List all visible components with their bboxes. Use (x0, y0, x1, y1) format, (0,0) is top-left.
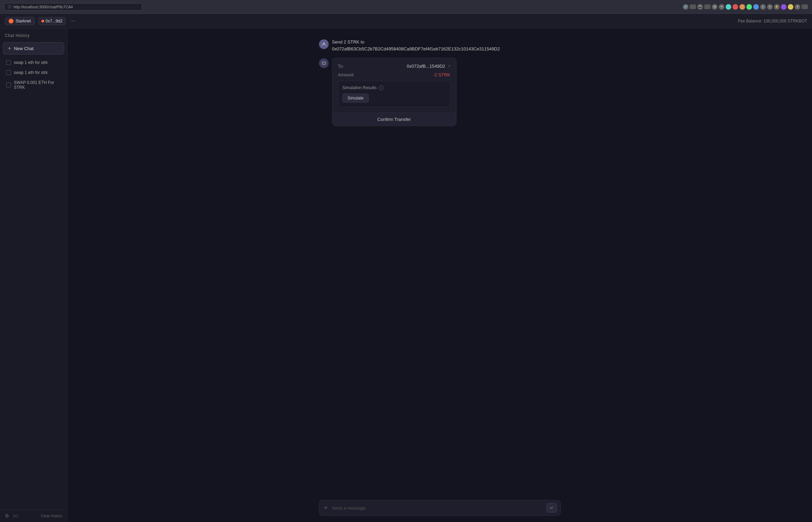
browser-icon-13[interactable]: ✏ (767, 4, 773, 10)
to-row: To: 0x072afB...1549D2 ↗ (338, 64, 451, 69)
plus-icon: + (8, 45, 11, 51)
to-address: 0x072afB...1549D2 (407, 64, 445, 69)
chat-item-2[interactable]: swap 1 eth for strk (1, 68, 66, 77)
message-input[interactable] (332, 505, 543, 511)
to-label: To: (338, 64, 344, 69)
simulate-button[interactable]: Simulate (342, 94, 369, 103)
user-message: Send 2 STRK to 0x072afB63Cb5C2b7B2Cd4958… (332, 39, 500, 52)
browser-icon-17[interactable]: ✦ (795, 4, 800, 10)
browser-icon-6[interactable]: ✦ (719, 4, 724, 10)
transfer-card-body: To: 0x072afB...1549D2 ↗ Amount: -2 STRK (332, 58, 456, 113)
browser-icon-15[interactable] (781, 4, 786, 10)
new-chat-label: New Chat (14, 46, 33, 51)
version-label: 2x1 (13, 514, 18, 518)
starknet-badge[interactable]: Starknet (5, 17, 35, 25)
url-text: http://localhost:3000/chat/P8c7CA4 (13, 5, 73, 9)
chat-item-3-label: SWAP 0.001 ETH For STRK (14, 80, 61, 90)
chat-item-3[interactable]: SWAP 0.001 ETH For STRK (1, 78, 66, 92)
input-box: + ↵ (319, 500, 561, 516)
chat-item-1[interactable]: swap 1 eth for strk (1, 58, 66, 67)
amount-label: Amount: (338, 72, 355, 77)
chat-item-1-label: swap 1 eth for strk (14, 60, 48, 65)
to-value: 0x072afB...1549D2 ↗ (407, 64, 450, 69)
browser-chrome: ⓘ http://localhost:3000/chat/P8c7CA4 🔗 📷… (0, 0, 812, 14)
browser-icon-1[interactable]: 🔗 (683, 4, 688, 10)
svg-point-2 (323, 63, 323, 64)
chat-item-2-label: swap 1 eth for strk (14, 70, 48, 75)
browser-icon-2[interactable] (690, 4, 696, 9)
starknet-label: Starknet (16, 19, 31, 23)
wallet-address-text: 0x7...9d2 (46, 19, 62, 23)
user-message-line2: 0x072afB63Cb5C2b7B2Cd4958408Ca9BDF7ef4f1… (332, 46, 500, 53)
bot-message-row: To: 0x072afB...1549D2 ↗ Amount: -2 STRK (319, 58, 561, 126)
app-container: Starknet 0x7...9d2 ⋯ Fee Balance: 100,00… (0, 14, 812, 522)
amount-value: -2 STRK (433, 72, 451, 77)
amount-row: Amount: -2 STRK (338, 72, 451, 77)
simulation-label: Simulation Results (342, 85, 377, 90)
sidebar-footer: ⚙ 2x1 Clear history (0, 509, 67, 522)
chat-icon-3 (6, 83, 11, 87)
input-area: + ↵ (67, 495, 812, 522)
browser-icon-3[interactable]: 📷 (697, 4, 703, 10)
sidebar-header: Chat History (0, 28, 67, 41)
new-chat-button[interactable]: + New Chat (3, 42, 64, 55)
attach-button[interactable]: + (323, 504, 329, 512)
browser-icon-12[interactable]: K (760, 4, 766, 10)
browser-icon-11[interactable] (753, 4, 759, 10)
user-avatar (319, 39, 329, 49)
browser-icon-14[interactable]: ⚡ (774, 4, 780, 10)
simulation-section: Simulation Results i Simulate (338, 81, 451, 107)
external-link-icon[interactable]: ↗ (447, 64, 451, 68)
browser-icon-18[interactable] (802, 4, 808, 9)
top-bar: Starknet 0x7...9d2 ⋯ Fee Balance: 100,00… (0, 14, 812, 28)
fee-balance: Fee Balance: 100,000,000 STRKBOT (738, 19, 807, 23)
main-layout: Chat History + New Chat swap 1 eth for s… (0, 28, 812, 522)
simulation-header: Simulation Results i (342, 85, 446, 90)
browser-icon-16[interactable] (788, 4, 793, 10)
wallet-address-badge[interactable]: 0x7...9d2 (38, 17, 66, 25)
transfer-card: To: 0x072afB...1549D2 ↗ Amount: -2 STRK (332, 58, 456, 126)
send-icon: ↵ (550, 505, 553, 510)
info-icon: ⓘ (8, 4, 11, 9)
browser-icon-10[interactable] (746, 4, 752, 10)
chat-icon-1 (6, 60, 11, 65)
address-bar[interactable]: ⓘ http://localhost:3000/chat/P8c7CA4 (4, 3, 142, 11)
chat-area: Send 2 STRK to 0x072afB63Cb5C2b7B2Cd4958… (67, 28, 812, 522)
badge-row: Starknet 0x7...9d2 ⋯ (5, 17, 77, 25)
messages-container: Send 2 STRK to 0x072afB63Cb5C2b7B2Cd4958… (67, 28, 812, 495)
user-message-line1: Send 2 STRK to (332, 39, 500, 46)
chat-list: swap 1 eth for strk swap 1 eth for strk … (0, 56, 67, 509)
browser-icon-4[interactable] (704, 4, 710, 9)
info-i: i (381, 86, 381, 89)
browser-icon-9[interactable] (740, 4, 745, 10)
svg-point-3 (324, 63, 325, 64)
svg-rect-1 (322, 62, 326, 65)
browser-icon-5[interactable]: ⚙ (712, 4, 717, 10)
simulation-info-icon[interactable]: i (379, 85, 384, 90)
settings-icon[interactable]: ⚙ (5, 513, 9, 519)
bot-avatar (319, 58, 329, 68)
browser-icon-8[interactable] (733, 4, 738, 10)
browser-icon-7[interactable] (726, 4, 731, 10)
clear-history-button[interactable]: Clear history (41, 514, 62, 518)
sidebar: Chat History + New Chat swap 1 eth for s… (0, 28, 67, 522)
starknet-logo (9, 19, 13, 23)
wallet-dot (41, 20, 44, 22)
kebab-menu-button[interactable]: ⋯ (68, 18, 77, 25)
confirm-transfer-button[interactable]: Confirm Transfer (332, 113, 456, 126)
send-button[interactable]: ↵ (547, 503, 557, 513)
browser-toolbar-icons: 🔗 📷 ⚙ ✦ K ✏ ⚡ ✦ (683, 4, 808, 10)
user-message-row: Send 2 STRK to 0x072afB63Cb5C2b7B2Cd4958… (319, 39, 561, 52)
chat-icon-2 (6, 70, 11, 75)
